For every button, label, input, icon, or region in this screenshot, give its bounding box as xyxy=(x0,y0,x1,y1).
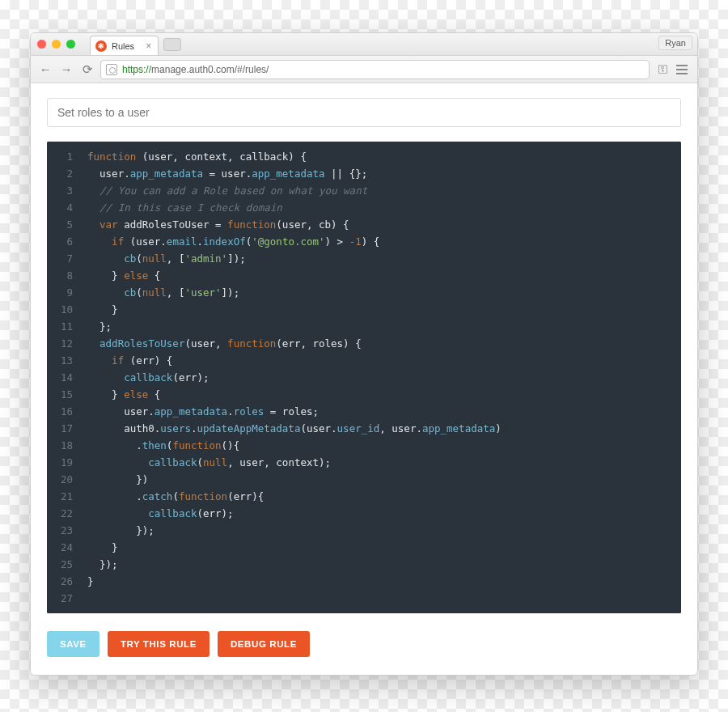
line-number: 12 xyxy=(47,335,76,352)
line-number: 3 xyxy=(47,182,76,199)
line-number: 24 xyxy=(47,539,76,556)
line-number: 9 xyxy=(47,284,76,301)
code-line[interactable]: user.app_metadata = user.app_metadata ||… xyxy=(87,165,681,182)
code-line[interactable]: addRolesToUser(user, function(err, roles… xyxy=(87,335,681,352)
line-number: 8 xyxy=(47,267,76,284)
line-number: 27 xyxy=(47,590,76,607)
line-number-gutter: 1234567891011121314151617181920212223242… xyxy=(47,142,84,613)
page-content: 1234567891011121314151617181920212223242… xyxy=(31,83,697,675)
line-number: 16 xyxy=(47,403,76,420)
window-controls xyxy=(37,40,75,49)
debug-rule-button[interactable]: Debug rule xyxy=(218,631,310,657)
line-number: 25 xyxy=(47,556,76,573)
browser-toolbar: ← → ⟳ https://manage.auth0.com/#/rules/ … xyxy=(31,56,697,83)
reload-button[interactable]: ⟳ xyxy=(79,61,95,78)
auth0-favicon-icon: ✻ xyxy=(95,40,107,52)
code-line[interactable]: user.app_metadata.roles = roles; xyxy=(87,403,681,420)
line-number: 2 xyxy=(47,165,76,182)
browser-window: ✻ Rules × Ryan ← → ⟳ https://manage.auth… xyxy=(30,32,698,676)
code-line[interactable]: callback(err); xyxy=(87,369,681,386)
line-number: 1 xyxy=(47,148,76,165)
code-area[interactable]: function (user, context, callback) { use… xyxy=(84,142,681,613)
line-number: 17 xyxy=(47,420,76,437)
line-number: 13 xyxy=(47,352,76,369)
profile-badge[interactable]: Ryan xyxy=(658,36,692,50)
code-line[interactable]: cb(null, ['user']); xyxy=(87,284,681,301)
browser-tab[interactable]: ✻ Rules × xyxy=(90,36,159,55)
line-number: 15 xyxy=(47,386,76,403)
site-info-icon[interactable] xyxy=(106,64,117,75)
code-line[interactable]: } xyxy=(87,539,681,556)
address-bar[interactable]: https://manage.auth0.com/#/rules/ xyxy=(100,60,650,79)
code-line[interactable]: auth0.users.updateAppMetadata(user.user_… xyxy=(87,420,681,437)
line-number: 11 xyxy=(47,318,76,335)
hamburger-menu-icon[interactable] xyxy=(673,61,691,78)
line-number: 5 xyxy=(47,216,76,233)
line-number: 7 xyxy=(47,250,76,267)
line-number: 22 xyxy=(47,505,76,522)
window-titlebar: ✻ Rules × Ryan xyxy=(31,33,697,56)
code-line[interactable]: callback(null, user, context); xyxy=(87,454,681,471)
line-number: 21 xyxy=(47,488,76,505)
url-text: https://manage.auth0.com/#/rules/ xyxy=(122,64,269,75)
code-line[interactable]: if (err) { xyxy=(87,352,681,369)
line-number: 10 xyxy=(47,301,76,318)
code-line[interactable]: }; xyxy=(87,318,681,335)
code-line[interactable]: // In this case I check domain xyxy=(87,199,681,216)
line-number: 26 xyxy=(47,573,76,590)
close-tab-icon[interactable]: × xyxy=(146,40,151,52)
line-number: 6 xyxy=(47,233,76,250)
minimize-window-icon[interactable] xyxy=(52,40,61,49)
zoom-window-icon[interactable] xyxy=(66,40,75,49)
tab-title: Rules xyxy=(112,41,134,51)
code-line[interactable]: if (user.email.indexOf('@gonto.com') > -… xyxy=(87,233,681,250)
try-rule-button[interactable]: Try this rule xyxy=(108,631,210,657)
rule-name-input[interactable] xyxy=(47,98,681,127)
code-editor[interactable]: 1234567891011121314151617181920212223242… xyxy=(47,142,681,613)
forward-button[interactable]: → xyxy=(58,61,74,78)
code-line[interactable]: }) xyxy=(87,471,681,488)
line-number: 19 xyxy=(47,454,76,471)
code-line[interactable]: }); xyxy=(87,522,681,539)
line-number: 14 xyxy=(47,369,76,386)
code-line[interactable]: cb(null, ['admin']); xyxy=(87,250,681,267)
code-line[interactable]: var addRolesToUser = function(user, cb) … xyxy=(87,216,681,233)
line-number: 18 xyxy=(47,437,76,454)
code-line[interactable]: } xyxy=(87,573,681,590)
code-line[interactable]: callback(err); xyxy=(87,505,681,522)
line-number: 20 xyxy=(47,471,76,488)
code-line[interactable]: .catch(function(err){ xyxy=(87,488,681,505)
code-line[interactable]: } xyxy=(87,301,681,318)
save-button[interactable]: Save xyxy=(47,631,99,657)
code-line[interactable]: // You can add a Role based on what you … xyxy=(87,182,681,199)
close-window-icon[interactable] xyxy=(37,40,46,49)
password-key-icon[interactable]: ⚿ xyxy=(658,63,668,75)
line-number: 4 xyxy=(47,199,76,216)
line-number: 23 xyxy=(47,522,76,539)
code-line[interactable]: function (user, context, callback) { xyxy=(87,148,681,165)
code-line[interactable]: }); xyxy=(87,556,681,573)
code-line[interactable]: } else { xyxy=(87,386,681,403)
action-buttons: Save Try this rule Debug rule xyxy=(47,631,681,657)
code-line[interactable]: .then(function(){ xyxy=(87,437,681,454)
code-line[interactable]: } else { xyxy=(87,267,681,284)
new-tab-button[interactable] xyxy=(163,38,181,51)
back-button[interactable]: ← xyxy=(37,61,53,78)
